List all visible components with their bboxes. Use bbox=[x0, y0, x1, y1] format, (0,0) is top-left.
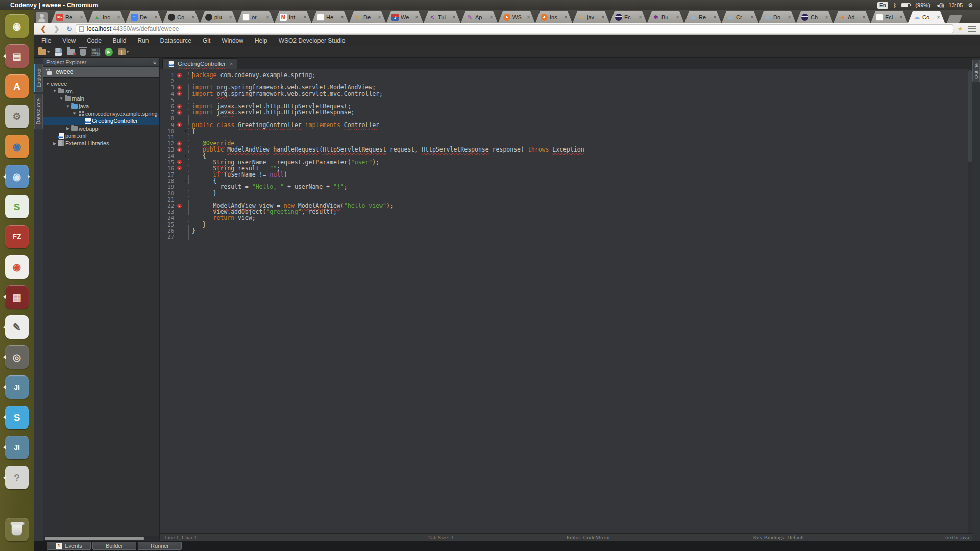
tree-item-webapp[interactable]: ▶webapp bbox=[43, 125, 159, 133]
collapse-panel-button[interactable]: « bbox=[153, 59, 156, 65]
browser-tab-we-9[interactable]: JWe× bbox=[386, 11, 423, 23]
build-button[interactable]: 1011 0010 bbox=[91, 47, 100, 57]
bottom-tab-builder[interactable]: Builder bbox=[92, 542, 136, 550]
browser-tab-ad-21[interactable]: ◀Ad× bbox=[834, 11, 870, 23]
menu-help[interactable]: Help bbox=[249, 37, 273, 44]
error-marker-icon[interactable]: ✕ bbox=[177, 104, 182, 109]
clock[interactable]: 13:05 bbox=[949, 2, 963, 8]
browser-tab-cr-18[interactable]: ☁Cr× bbox=[722, 11, 758, 23]
browser-tab-re-17[interactable]: ☁Re× bbox=[684, 11, 721, 23]
tab-close-icon[interactable]: × bbox=[862, 14, 866, 20]
tree-item-external-libraries[interactable]: ▶External Libraries bbox=[43, 140, 159, 147]
side-tab-explorer[interactable]: Explorer bbox=[34, 64, 43, 92]
tree-expander-icon[interactable]: ▶ bbox=[52, 141, 57, 146]
delete-button[interactable] bbox=[80, 47, 86, 57]
browser-tab-de-8[interactable]: ✎De× bbox=[349, 11, 386, 23]
keyboard-layout-indicator[interactable]: En bbox=[877, 2, 888, 9]
tab-close-icon[interactable]: × bbox=[489, 14, 493, 20]
tab-close-icon[interactable]: × bbox=[564, 14, 568, 20]
tab-close-icon[interactable]: × bbox=[899, 14, 903, 20]
tab-close-icon[interactable]: × bbox=[788, 14, 791, 20]
tab-close-icon[interactable]: × bbox=[303, 14, 307, 20]
dropdown-arrow-icon[interactable]: ▾ bbox=[127, 49, 129, 54]
error-marker-icon[interactable]: ✕ bbox=[177, 166, 182, 170]
menu-file[interactable]: File bbox=[36, 37, 57, 44]
browser-tab-de-2[interactable]: ≡De× bbox=[126, 11, 162, 23]
launcher-item-file-manager[interactable]: ▤ bbox=[4, 43, 30, 69]
scrollbar-thumb[interactable] bbox=[45, 537, 144, 540]
bluetooth-icon[interactable]: ᛒ bbox=[893, 2, 897, 8]
launcher-item-text-editor[interactable]: ✎ bbox=[4, 314, 30, 340]
browser-tab-ap-11[interactable]: ✎Ap× bbox=[461, 11, 498, 23]
explorer-horizontal-scrollbar[interactable] bbox=[43, 536, 159, 541]
tab-close-icon[interactable]: × bbox=[676, 14, 679, 20]
tree-expander-icon[interactable]: ▼ bbox=[59, 96, 64, 101]
volume-icon[interactable]: ◄))) bbox=[936, 3, 944, 8]
profile-avatar-button[interactable] bbox=[36, 12, 48, 23]
browser-tab-do-19[interactable]: ☁Do× bbox=[759, 11, 796, 23]
launcher-item-green-s-app[interactable]: S bbox=[4, 194, 30, 219]
tab-close-icon[interactable]: × bbox=[750, 14, 754, 20]
fold-arrow-icon[interactable]: ▼ bbox=[183, 178, 189, 184]
side-tab-datasource[interactable]: Datasource bbox=[34, 94, 43, 129]
menu-run[interactable]: Run bbox=[132, 37, 155, 44]
launcher-item-skype[interactable]: S bbox=[4, 405, 30, 430]
dropdown-arrow-icon[interactable]: ▾ bbox=[47, 49, 50, 54]
tab-close-icon[interactable]: × bbox=[340, 14, 344, 20]
launcher-item-trash[interactable] bbox=[4, 517, 30, 542]
launcher-item-office-swirl[interactable]: ◉ bbox=[4, 134, 30, 159]
menu-code[interactable]: Code bbox=[81, 37, 107, 44]
save-button[interactable] bbox=[55, 47, 62, 57]
forward-button[interactable]: ❯ bbox=[54, 25, 60, 32]
browser-tab-ch-20[interactable]: Ch× bbox=[796, 11, 833, 23]
tab-close-icon[interactable]: × bbox=[452, 14, 456, 20]
editor-vertical-scrollbar[interactable] bbox=[968, 69, 972, 533]
tree-expander-icon[interactable]: ▼ bbox=[72, 111, 77, 116]
tree-expander-icon[interactable]: ▶ bbox=[65, 126, 70, 131]
browser-tab-ecl-22[interactable]: Ecl× bbox=[871, 11, 908, 23]
tree-item-com-codenvy-example-spring[interactable]: ▼com.codenvy.example.spring bbox=[43, 110, 159, 117]
launcher-item-help-unknown[interactable]: ? bbox=[4, 465, 30, 490]
tree-expander-icon[interactable]: ▼ bbox=[52, 89, 57, 93]
package-button[interactable]: ▾ bbox=[118, 47, 129, 57]
browser-tab-ec-15[interactable]: Ec× bbox=[610, 11, 647, 23]
launcher-item-chrome-browser[interactable]: ◉ bbox=[4, 254, 30, 280]
browser-tab-co-3[interactable]: Co× bbox=[163, 11, 200, 23]
error-marker-icon[interactable]: ✕ bbox=[177, 122, 182, 127]
code-editor[interactable]: 1✕package com.codenvy.example.spring;23✕… bbox=[160, 69, 972, 533]
open-project-button[interactable]: ▾ bbox=[38, 47, 50, 57]
extension-key-icon[interactable]: ★ bbox=[958, 26, 963, 32]
browser-tab-co-23[interactable]: ☁Co× bbox=[908, 11, 945, 23]
menu-build[interactable]: Build bbox=[107, 37, 132, 44]
project-header-row[interactable]: eweee bbox=[43, 67, 159, 78]
tab-close-icon[interactable]: × bbox=[527, 14, 530, 20]
side-tab-outline[interactable]: Outline bbox=[972, 60, 980, 82]
error-marker-icon[interactable]: ✕ bbox=[177, 91, 182, 96]
error-marker-icon[interactable]: ✕ bbox=[177, 73, 182, 78]
bottom-tab-runner[interactable]: Runner bbox=[138, 542, 182, 550]
browser-tab-re-0[interactable]: 90+Re× bbox=[51, 11, 88, 23]
tab-close-icon[interactable]: × bbox=[937, 14, 940, 20]
launcher-item-intellij-idea-2[interactable]: JI bbox=[4, 435, 30, 460]
browser-menu-icon[interactable] bbox=[968, 26, 976, 32]
browser-tab-tul-10[interactable]: <Tul× bbox=[424, 11, 460, 23]
battery-icon[interactable] bbox=[901, 3, 910, 7]
tab-close-icon[interactable]: × bbox=[266, 14, 270, 20]
error-marker-icon[interactable]: ✕ bbox=[177, 141, 182, 146]
fold-arrow-icon[interactable]: ▼ bbox=[183, 153, 189, 159]
url-bar[interactable]: localhost :44350/ws/default/eweee bbox=[76, 24, 953, 33]
launcher-item-intellij-idea[interactable]: JI bbox=[4, 374, 30, 400]
menu-wso2-developer-studio[interactable]: WSO2 Developer Studio bbox=[273, 37, 351, 44]
browser-tab-int-6[interactable]: MInt× bbox=[275, 11, 311, 23]
tab-close-icon[interactable]: × bbox=[230, 61, 233, 67]
browser-tab-inc-1[interactable]: ▲Inc× bbox=[88, 11, 125, 23]
browser-tab-plu-4[interactable]: plu× bbox=[200, 11, 237, 23]
launcher-item-chromium-browser[interactable]: ◉ bbox=[4, 164, 30, 189]
browser-tab-ins-13[interactable]: Ins× bbox=[535, 11, 572, 23]
back-button[interactable]: ❮ bbox=[40, 25, 46, 32]
browser-tab-jav-14[interactable]: ✎jav× bbox=[573, 11, 609, 23]
bottom-tab-events[interactable]: 1Events bbox=[47, 542, 91, 550]
tab-close-icon[interactable]: × bbox=[229, 14, 232, 20]
tree-item-greetingcontroller[interactable]: GreetingController bbox=[43, 117, 159, 125]
launcher-item-software-center[interactable]: A bbox=[4, 73, 30, 99]
